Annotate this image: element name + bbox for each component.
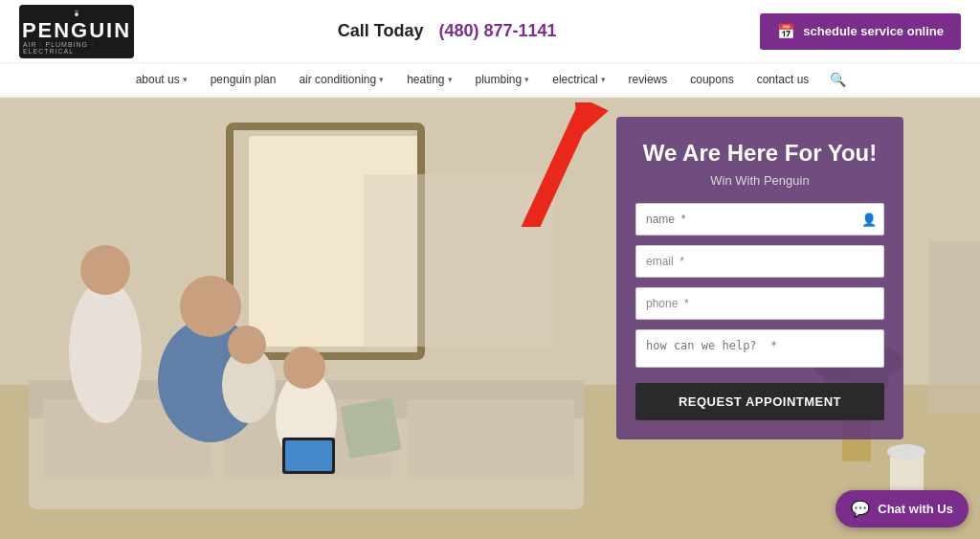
logo: PENGUIN AIR · PLUMBING · ELECTRICAL — [19, 5, 134, 58]
header-center: Call Today (480) 877-1141 — [134, 21, 760, 41]
help-textarea[interactable] — [635, 329, 884, 368]
nav-contact-us[interactable]: contact us — [747, 63, 819, 96]
chat-bubble-icon: 💬 — [851, 500, 870, 518]
svg-point-10 — [77, 9, 78, 10]
request-appointment-button[interactable]: request appointment — [635, 383, 884, 420]
form-subtitle: Win With Penguin — [635, 173, 884, 188]
chevron-down-icon: ▾ — [379, 75, 384, 84]
chevron-down-icon: ▾ — [183, 75, 188, 84]
schedule-button[interactable]: 📅 schedule service online — [760, 13, 961, 50]
search-icon: 🔍 — [830, 72, 846, 87]
name-input[interactable] — [635, 203, 884, 236]
svg-point-28 — [228, 326, 266, 364]
search-button[interactable]: 🔍 — [822, 63, 854, 96]
schedule-btn-label: schedule service online — [803, 24, 944, 38]
nav-plumbing[interactable]: plumbing ▾ — [466, 63, 540, 96]
svg-point-30 — [283, 347, 325, 389]
svg-point-38 — [887, 444, 925, 460]
email-input[interactable] — [635, 245, 884, 278]
svg-rect-22 — [341, 398, 402, 460]
nav-penguin-plan[interactable]: penguin plan — [201, 63, 286, 96]
svg-rect-32 — [285, 440, 332, 471]
svg-line-40 — [491, 110, 623, 227]
site-header: PENGUIN AIR · PLUMBING · ELECTRICAL Call… — [0, 0, 980, 63]
red-arrow-pointer — [469, 102, 660, 227]
phone-number[interactable]: (480) 877-1141 — [438, 21, 556, 41]
svg-rect-21 — [407, 399, 574, 476]
nav-heating[interactable]: heating ▾ — [397, 63, 461, 96]
person-icon: 👤 — [861, 212, 877, 226]
chevron-down-icon: ▾ — [601, 75, 606, 84]
hero-section: We Are Here For You! Win With Penguin 👤 … — [0, 98, 980, 539]
logo-area: PENGUIN AIR · PLUMBING · ELECTRICAL — [19, 5, 134, 58]
penguin-logo-icon — [62, 9, 91, 18]
svg-point-24 — [180, 276, 241, 337]
chat-label: Chat with Us — [878, 502, 953, 516]
svg-rect-39 — [928, 241, 980, 414]
nav-coupons[interactable]: coupons — [680, 63, 743, 96]
name-field-wrap: 👤 — [635, 203, 884, 236]
chevron-down-icon: ▾ — [524, 75, 529, 84]
chat-widget[interactable]: 💬 Chat with Us — [835, 490, 969, 528]
chevron-down-icon: ▾ — [448, 75, 453, 84]
submit-btn-label: request appointment — [679, 394, 841, 409]
call-label: Call Today — [338, 21, 424, 41]
logo-text: PENGUIN — [22, 20, 131, 41]
svg-point-26 — [80, 245, 130, 295]
main-nav: about us ▾ penguin plan air conditioning… — [0, 63, 980, 98]
svg-point-25 — [69, 280, 142, 423]
form-title: We Are Here For You! — [635, 140, 884, 168]
logo-sub-text: AIR · PLUMBING · ELECTRICAL — [23, 41, 130, 55]
phone-input[interactable] — [635, 287, 884, 320]
svg-point-6 — [78, 11, 78, 11]
svg-point-7 — [76, 11, 78, 11]
calendar-icon: 📅 — [777, 23, 795, 40]
nav-air-conditioning[interactable]: air conditioning ▾ — [289, 63, 393, 96]
nav-electrical[interactable]: electrical ▾ — [543, 63, 614, 96]
svg-point-5 — [76, 11, 77, 11]
nav-about-us[interactable]: about us ▾ — [126, 63, 197, 96]
nav-reviews[interactable]: reviews — [619, 63, 678, 96]
